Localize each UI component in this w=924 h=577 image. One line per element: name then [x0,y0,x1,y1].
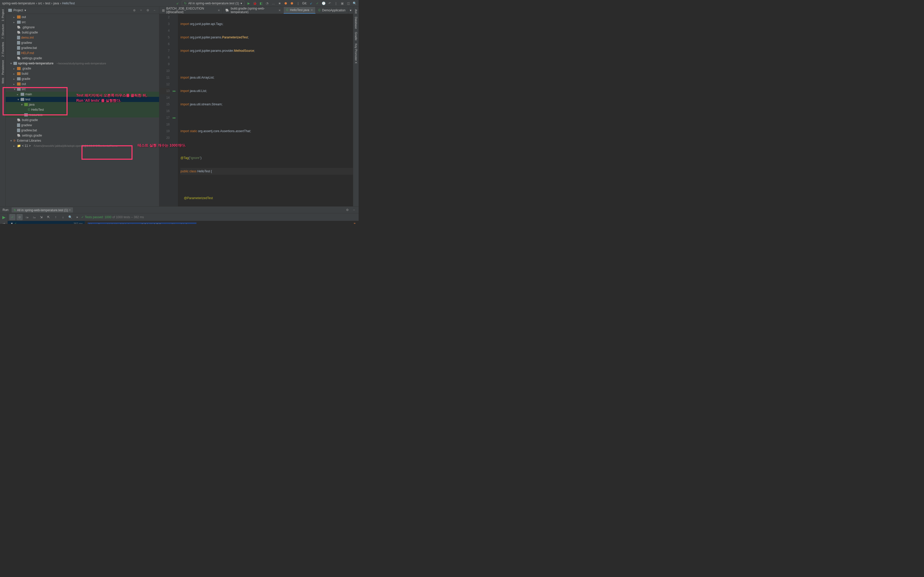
soft-wrap-icon[interactable]: ↯ [354,222,358,224]
tab-label: DemoApplication [322,8,346,12]
tab-batch[interactable]: ▦BATCH_JOB_EXECUTION [@localhost]× [159,7,223,14]
git-commit-icon[interactable]: ✓ [315,1,320,5]
rail-gradle[interactable]: Gradle [354,32,358,40]
gear-icon[interactable]: ⚙ [345,208,349,212]
git-revert-icon[interactable]: ↶ [328,1,332,5]
gear-icon[interactable]: ⚙ [146,8,150,12]
rail-keypromoter[interactable]: Key Promoter X [354,44,358,64]
target-icon[interactable]: ⊕ [132,8,136,12]
coverage-icon[interactable]: ◧ [259,1,263,5]
tree-item[interactable]: ▸gradle [6,76,159,81]
tree-label: settings.gradle [22,56,42,60]
tree-item[interactable]: 🐘.gitignore [6,25,159,30]
collapse-icon[interactable]: ÷ [139,8,143,12]
debug-icon[interactable]: 🐞 [253,1,257,5]
run-header: Run: ↻ All in spring-web-temperature.tes… [0,206,359,213]
run-tab[interactable]: ↻ All in spring-web-temperature.test (1)… [11,207,73,213]
tree-item[interactable]: 🐘build.gradle [6,118,159,122]
show-ignored-icon[interactable]: ⊘ [16,214,23,220]
test-tree[interactable]: ▼ ✓382 ms▼ ✓HelloTest382 ms▼ ✓test1(Inte… [8,221,85,224]
tree-item[interactable]: gradlew [6,40,159,45]
tab-hellotest[interactable]: ©HelloTest.java× [284,7,316,14]
tab-demo[interactable]: ©DemoApplication [315,7,348,14]
close-icon[interactable]: × [218,8,220,12]
run-class-icon[interactable]: ▸▸ [173,88,176,94]
search-icon[interactable]: 🔍 [352,1,357,5]
breadcrumb-test[interactable]: test [45,2,50,5]
git-history-icon[interactable]: 🕐 [321,1,326,5]
tree-label: out [22,82,26,86]
sort-alpha-icon[interactable]: ↓ₐ [31,214,37,220]
console[interactable]: /Users/jinwookh/.jabba/jdk/adopt-openj9@… [85,221,359,224]
chevron-down-icon[interactable]: ▾ [348,8,353,12]
breadcrumb-src[interactable]: src [38,2,42,5]
rail-structure[interactable]: 7: Structure [1,24,4,39]
tree-item[interactable]: ▼spring-web-temperature ~/woowa/study/sp… [6,61,159,66]
tree-item[interactable]: gradlew.bat [6,45,159,50]
tw2-icon[interactable]: ◫ [346,1,351,5]
tree-item[interactable]: 🐘settings.gradle [6,133,159,138]
rail-web[interactable]: Web [1,78,4,84]
tree-item[interactable]: ▸out [6,81,159,87]
breadcrumb-java[interactable]: java [53,2,59,5]
tree-item[interactable]: gradlew.bat [6,128,159,133]
rail-persistence[interactable]: Persistence [1,60,4,75]
collapse-icon[interactable]: ⇱ [45,214,52,220]
tree-item[interactable]: HELP.md [6,50,159,56]
run-sidebar: ▶ ⇄ ■ 📌 ▥ ↗ [0,213,8,224]
close-icon[interactable]: × [279,8,281,12]
file-icon [17,36,20,39]
tree-item[interactable]: 🐘settings.gradle [6,56,159,61]
rail-ant[interactable]: Ant [354,9,358,14]
close-icon[interactable]: × [69,208,71,212]
tree-item[interactable]: gradlew [6,122,159,128]
tree-label: build [22,72,28,76]
run-config-selector[interactable]: ↻ All in spring-web-temperature.test (1)… [182,1,244,6]
services-icon[interactable]: ⬢ [284,1,288,5]
toggle-icon[interactable]: ⇄ [2,222,6,224]
rerun-icon[interactable]: ▶ [2,215,5,220]
tree-item[interactable]: ▸out [6,15,159,19]
close-icon[interactable]: × [311,8,313,12]
panel-title[interactable]: Project [13,8,23,12]
tree-item[interactable]: ▼⊪External Libraries [6,138,159,143]
tree-item[interactable]: demo.iml [6,35,159,40]
rail-favorites[interactable]: 2: Favorites [1,42,4,56]
tree-path: ~/woowa/study/spring-web-temperature [57,62,106,65]
hide-icon[interactable]: − [152,8,157,12]
rail-database[interactable]: Database [354,17,358,29]
tab-label: BATCH_JOB_EXECUTION [@localhost] [166,7,216,14]
editor-body[interactable]: 234567891011121314151617181920 ▸▸ ▸▸ imp… [159,14,353,206]
file-icon [17,46,20,50]
folder-icon [17,72,21,75]
rail-project[interactable]: 1: Project [1,9,4,21]
tree-item[interactable]: 🐘build.gradle [6,30,159,35]
build-icon[interactable]: ↙ [176,1,180,5]
history-icon[interactable]: 🔍 [67,214,73,220]
stop-icon[interactable]: ■ [278,1,281,5]
code-content[interactable]: import org.junit.jupiter.api.Tags; impor… [178,14,353,206]
breadcrumb-file[interactable]: HelloTest [62,2,75,5]
tab-label: build.gradle (spring-web-temperature) [231,7,277,14]
more-icon[interactable]: … [271,1,275,5]
tree-item[interactable]: ▸.gradle [6,66,159,71]
run-method-icon[interactable]: ▸▸ [173,114,176,121]
tab-gradle[interactable]: 🐘build.gradle (spring-web-temperature)× [223,7,284,14]
tw-icon[interactable]: ▣ [340,1,344,5]
tree-label: .gradle [22,67,31,70]
tree-item[interactable]: ▸src [6,19,159,25]
git-update-icon[interactable]: ↙ [309,1,313,5]
down-icon[interactable]: ↓ [60,214,66,220]
sort-icon[interactable]: ↓₉ [24,214,30,220]
breadcrumb-project[interactable]: spring-web-temperature [2,2,35,5]
show-passed-icon[interactable]: ✓ [9,214,16,220]
tree-item[interactable]: ▸build [6,71,159,76]
hide-icon[interactable]: − [352,208,356,212]
profile-icon[interactable]: ◔ [265,1,269,5]
run-icon[interactable]: ▶ [247,1,250,5]
sep-icon: | [296,1,300,5]
test-row[interactable]: ▼ ✓382 ms [8,221,85,224]
expand-icon[interactable]: ⇲ [38,214,44,220]
up-icon[interactable]: ↑ [53,214,59,220]
services2-icon[interactable]: ⬢ [290,1,294,5]
